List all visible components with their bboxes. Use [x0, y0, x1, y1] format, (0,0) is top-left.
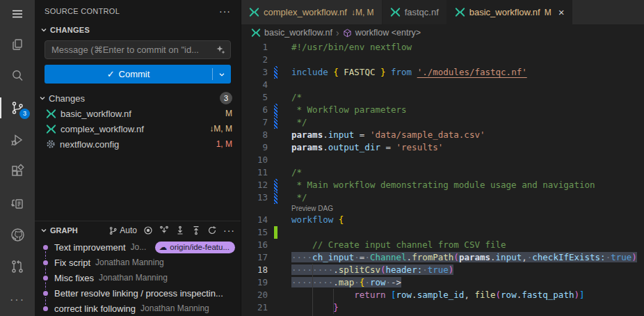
commit-row[interactable]: Fix scriptJonathan Manning — [35, 255, 241, 270]
gutter — [268, 179, 285, 191]
tab-label: fastqc.nf — [405, 7, 439, 17]
menu-icon[interactable] — [0, 0, 35, 29]
code-line-3[interactable]: 3include { FASTQC } from './modules/fast… — [241, 66, 644, 79]
code-line-5[interactable]: 5/* — [241, 91, 644, 104]
code-line-10[interactable]: 10 — [241, 154, 644, 166]
code-line-17[interactable]: 17····ch_input·=·Channel.fromPath(params… — [241, 251, 644, 264]
code-editor[interactable]: 1#!/usr/bin/env nextflow23include { FAST… — [241, 41, 644, 316]
commit-row[interactable]: correct link followingJonathan Manning — [35, 301, 241, 316]
explorer-icon[interactable] — [0, 29, 35, 61]
gutter — [268, 104, 285, 116]
tab-fastqc.nf[interactable]: fastqc.nf — [383, 0, 447, 24]
code-line-1[interactable]: 1#!/usr/bin/env nextflow — [241, 41, 644, 54]
graph-more-icon[interactable]: ··· — [223, 225, 235, 236]
line-content: ········.map·{·row·-> — [285, 276, 401, 289]
gutter — [268, 301, 285, 314]
commit-message-input[interactable] — [45, 40, 231, 59]
file-row-basic_workflow.nf[interactable]: basic_workflow.nfM — [35, 106, 241, 121]
commit-dot-icon — [43, 291, 48, 296]
refresh-icon[interactable] — [207, 226, 217, 235]
commit-row[interactable]: Text improvementJo...☁origin/ide-featu..… — [35, 239, 241, 255]
commit-row[interactable]: Better resolve linking / process inspect… — [35, 285, 241, 301]
line-number: 5 — [241, 91, 268, 104]
codelens-preview-dag[interactable]: Preview DAG — [241, 204, 644, 214]
chevron-down-icon — [39, 25, 49, 35]
line-content: * Main workflow demonstrating module usa… — [285, 179, 595, 191]
code-line-4[interactable]: 4 — [241, 79, 644, 91]
gutter — [268, 226, 285, 239]
git-modified-indicator[interactable] — [274, 104, 277, 116]
gutter — [268, 276, 285, 289]
activity-more-icon[interactable]: ··· — [0, 284, 35, 316]
chevron-down-icon — [38, 93, 47, 103]
extensions-icon[interactable] — [0, 156, 35, 188]
code-line-9[interactable]: 9params.output_dir = 'results' — [241, 141, 644, 154]
pull-icon[interactable] — [175, 226, 185, 235]
tab-basic_workflow.nf[interactable]: basic_workflow.nfM× — [447, 0, 573, 24]
git-added-indicator[interactable] — [274, 226, 277, 239]
git-modified-indicator[interactable] — [274, 191, 277, 204]
code-line-14[interactable]: 14workflow { — [241, 214, 644, 226]
scm-count-badge: 3 — [19, 109, 30, 119]
tab-label: complex_workflow.nf — [264, 7, 347, 17]
breadcrumb-symbol[interactable]: workflow <entry> — [343, 28, 421, 38]
close-icon[interactable]: × — [558, 7, 565, 17]
changes-section-label: CHANGES — [50, 26, 90, 34]
code-line-11[interactable]: 11/* — [241, 166, 644, 179]
sidebar-more-icon[interactable]: ··· — [219, 6, 231, 17]
changes-section-header[interactable]: CHANGES — [35, 22, 241, 38]
source-control-icon[interactable]: 3 — [0, 92, 35, 124]
git-status-badge: M — [225, 109, 232, 118]
changes-tree-header[interactable]: Changes 3 — [35, 90, 241, 106]
doc-sync-icon[interactable] — [0, 187, 35, 219]
file-name: nextflow.config — [60, 139, 212, 150]
nextflow-icon — [46, 109, 56, 119]
push-icon[interactable] — [191, 226, 201, 235]
run-debug-icon[interactable] — [0, 124, 35, 156]
line-number: 1 — [241, 41, 268, 54]
git-modified-indicator[interactable] — [274, 116, 277, 129]
line-number: 15 — [241, 226, 268, 239]
gutter — [268, 166, 285, 179]
code-line-6[interactable]: 6 * Workflow parameters — [241, 104, 644, 116]
file-row-nextflow.config[interactable]: nextflow.config1, M — [35, 136, 241, 152]
line-content: } — [285, 301, 339, 314]
graph-section-label: GRAPH — [50, 226, 107, 235]
code-line-19[interactable]: 19········.map·{·row·-> — [241, 276, 644, 289]
github-icon[interactable] — [0, 219, 35, 251]
file-name: basic_workflow.nf — [61, 109, 221, 119]
tab-complex_workflow.nf[interactable]: complex_workflow.nf↓M, M — [241, 0, 383, 24]
code-line-18[interactable]: 18········.splitCsv(header:·true) — [241, 264, 644, 276]
graph-section-header[interactable]: GRAPH Auto ··· — [35, 221, 241, 239]
line-number: 8 — [241, 129, 268, 141]
commit-button[interactable]: ✓ Commit — [45, 65, 231, 84]
breadcrumb-file[interactable]: basic_workflow.nf — [251, 28, 332, 38]
branch-ref-badge[interactable]: ☁origin/ide-featu... — [155, 242, 235, 253]
commit-dropdown-button[interactable] — [213, 70, 231, 79]
line-content — [285, 154, 291, 166]
code-line-21[interactable]: 21 } — [241, 301, 644, 314]
gutter — [268, 54, 285, 66]
git-modified-indicator[interactable] — [274, 179, 277, 191]
git-modified-indicator[interactable] — [274, 66, 277, 79]
commit-row[interactable]: Misc fixesJonathan Manning — [35, 270, 241, 285]
sparkle-icon[interactable] — [216, 45, 226, 55]
code-line-16[interactable]: 16 // Create input channel from CSV file — [241, 239, 644, 251]
line-content — [285, 79, 291, 91]
line-number: 9 — [241, 141, 268, 154]
tab-git-badge: M — [545, 8, 552, 17]
pull-request-icon[interactable] — [0, 251, 35, 283]
code-line-15[interactable]: 15 — [241, 226, 644, 239]
fetch-icon[interactable] — [159, 226, 169, 235]
code-line-7[interactable]: 7 */ — [241, 116, 644, 129]
target-icon[interactable] — [143, 226, 153, 235]
code-line-2[interactable]: 2 — [241, 54, 644, 66]
search-icon[interactable] — [0, 61, 35, 93]
code-line-13[interactable]: 13 */ — [241, 191, 644, 204]
file-row-complex_workflow.nf[interactable]: complex_workflow.nf↓M, M — [35, 121, 241, 136]
code-line-20[interactable]: 20 return [row.sample_id, file(row.fastq… — [241, 289, 644, 301]
line-content — [285, 54, 291, 66]
graph-auto-toggle[interactable]: Auto — [108, 226, 137, 235]
code-line-8[interactable]: 8params.input = 'data/sample_data.csv' — [241, 129, 644, 141]
code-line-12[interactable]: 12 * Main workflow demonstrating module … — [241, 179, 644, 191]
